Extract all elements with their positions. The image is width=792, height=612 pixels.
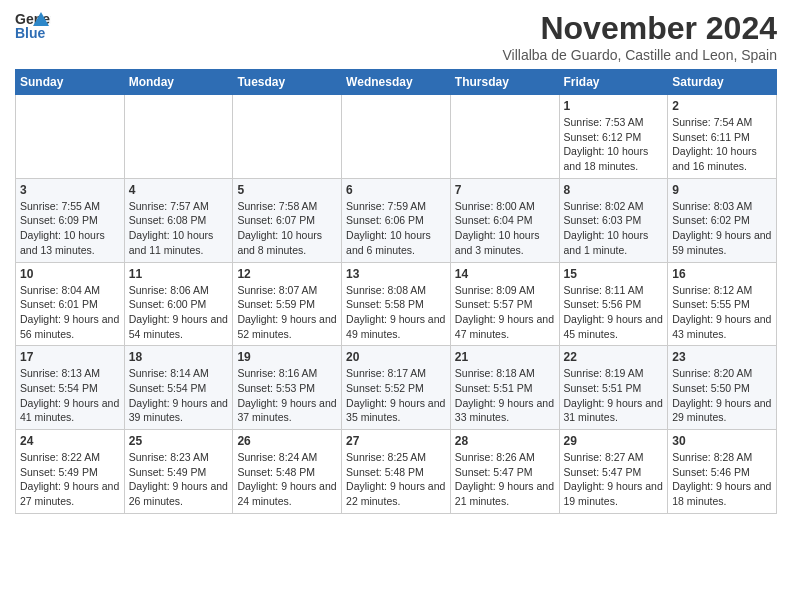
calendar-cell: 21Sunrise: 8:18 AM Sunset: 5:51 PM Dayli… [450,346,559,430]
day-info: Sunrise: 7:57 AM Sunset: 6:08 PM Dayligh… [129,199,229,258]
day-info: Sunrise: 8:03 AM Sunset: 6:02 PM Dayligh… [672,199,772,258]
calendar-cell: 29Sunrise: 8:27 AM Sunset: 5:47 PM Dayli… [559,430,668,514]
day-info: Sunrise: 8:00 AM Sunset: 6:04 PM Dayligh… [455,199,555,258]
calendar-week-row: 24Sunrise: 8:22 AM Sunset: 5:49 PM Dayli… [16,430,777,514]
weekday-header: Thursday [450,70,559,95]
day-number: 20 [346,350,446,364]
calendar-cell: 5Sunrise: 7:58 AM Sunset: 6:07 PM Daylig… [233,178,342,262]
weekday-header: Friday [559,70,668,95]
day-info: Sunrise: 7:58 AM Sunset: 6:07 PM Dayligh… [237,199,337,258]
day-number: 27 [346,434,446,448]
calendar-cell: 6Sunrise: 7:59 AM Sunset: 6:06 PM Daylig… [342,178,451,262]
calendar-cell: 24Sunrise: 8:22 AM Sunset: 5:49 PM Dayli… [16,430,125,514]
day-number: 7 [455,183,555,197]
day-number: 3 [20,183,120,197]
weekday-header: Saturday [668,70,777,95]
calendar-cell: 7Sunrise: 8:00 AM Sunset: 6:04 PM Daylig… [450,178,559,262]
day-info: Sunrise: 8:20 AM Sunset: 5:50 PM Dayligh… [672,366,772,425]
calendar-cell: 20Sunrise: 8:17 AM Sunset: 5:52 PM Dayli… [342,346,451,430]
day-number: 12 [237,267,337,281]
day-info: Sunrise: 8:27 AM Sunset: 5:47 PM Dayligh… [564,450,664,509]
page-title: November 2024 [503,10,777,47]
day-number: 26 [237,434,337,448]
calendar-cell: 28Sunrise: 8:26 AM Sunset: 5:47 PM Dayli… [450,430,559,514]
day-info: Sunrise: 8:18 AM Sunset: 5:51 PM Dayligh… [455,366,555,425]
header: General Blue November 2024 Villalba de G… [15,10,777,63]
calendar-week-row: 10Sunrise: 8:04 AM Sunset: 6:01 PM Dayli… [16,262,777,346]
day-info: Sunrise: 8:25 AM Sunset: 5:48 PM Dayligh… [346,450,446,509]
page-subtitle: Villalba de Guardo, Castille and Leon, S… [503,47,777,63]
calendar-cell [124,95,233,179]
calendar-cell: 22Sunrise: 8:19 AM Sunset: 5:51 PM Dayli… [559,346,668,430]
day-number: 8 [564,183,664,197]
calendar-cell: 4Sunrise: 7:57 AM Sunset: 6:08 PM Daylig… [124,178,233,262]
svg-text:Blue: Blue [15,25,46,40]
day-info: Sunrise: 8:13 AM Sunset: 5:54 PM Dayligh… [20,366,120,425]
weekday-header: Monday [124,70,233,95]
day-number: 22 [564,350,664,364]
title-section: November 2024 Villalba de Guardo, Castil… [503,10,777,63]
day-info: Sunrise: 8:23 AM Sunset: 5:49 PM Dayligh… [129,450,229,509]
calendar-cell [342,95,451,179]
day-number: 10 [20,267,120,281]
calendar-cell: 3Sunrise: 7:55 AM Sunset: 6:09 PM Daylig… [16,178,125,262]
day-number: 25 [129,434,229,448]
day-info: Sunrise: 8:08 AM Sunset: 5:58 PM Dayligh… [346,283,446,342]
day-info: Sunrise: 8:11 AM Sunset: 5:56 PM Dayligh… [564,283,664,342]
day-info: Sunrise: 8:19 AM Sunset: 5:51 PM Dayligh… [564,366,664,425]
day-info: Sunrise: 8:22 AM Sunset: 5:49 PM Dayligh… [20,450,120,509]
day-number: 29 [564,434,664,448]
day-info: Sunrise: 8:14 AM Sunset: 5:54 PM Dayligh… [129,366,229,425]
logo: General Blue [15,10,51,40]
calendar-cell: 25Sunrise: 8:23 AM Sunset: 5:49 PM Dayli… [124,430,233,514]
day-info: Sunrise: 7:54 AM Sunset: 6:11 PM Dayligh… [672,115,772,174]
calendar-cell: 10Sunrise: 8:04 AM Sunset: 6:01 PM Dayli… [16,262,125,346]
calendar-week-row: 17Sunrise: 8:13 AM Sunset: 5:54 PM Dayli… [16,346,777,430]
weekday-header: Sunday [16,70,125,95]
day-number: 6 [346,183,446,197]
calendar-cell: 11Sunrise: 8:06 AM Sunset: 6:00 PM Dayli… [124,262,233,346]
calendar-header-row: SundayMondayTuesdayWednesdayThursdayFrid… [16,70,777,95]
day-number: 13 [346,267,446,281]
day-number: 24 [20,434,120,448]
day-number: 16 [672,267,772,281]
weekday-header: Wednesday [342,70,451,95]
calendar-week-row: 3Sunrise: 7:55 AM Sunset: 6:09 PM Daylig… [16,178,777,262]
calendar-cell: 30Sunrise: 8:28 AM Sunset: 5:46 PM Dayli… [668,430,777,514]
calendar-cell: 9Sunrise: 8:03 AM Sunset: 6:02 PM Daylig… [668,178,777,262]
calendar-week-row: 1Sunrise: 7:53 AM Sunset: 6:12 PM Daylig… [16,95,777,179]
day-info: Sunrise: 8:09 AM Sunset: 5:57 PM Dayligh… [455,283,555,342]
logo-icon: General Blue [15,10,51,40]
day-info: Sunrise: 7:55 AM Sunset: 6:09 PM Dayligh… [20,199,120,258]
calendar-cell: 16Sunrise: 8:12 AM Sunset: 5:55 PM Dayli… [668,262,777,346]
calendar-cell: 23Sunrise: 8:20 AM Sunset: 5:50 PM Dayli… [668,346,777,430]
calendar-cell: 18Sunrise: 8:14 AM Sunset: 5:54 PM Dayli… [124,346,233,430]
calendar-cell: 19Sunrise: 8:16 AM Sunset: 5:53 PM Dayli… [233,346,342,430]
day-info: Sunrise: 8:16 AM Sunset: 5:53 PM Dayligh… [237,366,337,425]
day-number: 11 [129,267,229,281]
day-number: 2 [672,99,772,113]
day-info: Sunrise: 8:02 AM Sunset: 6:03 PM Dayligh… [564,199,664,258]
calendar-table: SundayMondayTuesdayWednesdayThursdayFrid… [15,69,777,514]
day-number: 1 [564,99,664,113]
calendar-cell [16,95,125,179]
day-number: 14 [455,267,555,281]
day-number: 23 [672,350,772,364]
calendar-cell: 27Sunrise: 8:25 AM Sunset: 5:48 PM Dayli… [342,430,451,514]
day-number: 9 [672,183,772,197]
calendar-cell: 26Sunrise: 8:24 AM Sunset: 5:48 PM Dayli… [233,430,342,514]
calendar-cell [233,95,342,179]
day-number: 5 [237,183,337,197]
day-info: Sunrise: 8:28 AM Sunset: 5:46 PM Dayligh… [672,450,772,509]
day-info: Sunrise: 8:06 AM Sunset: 6:00 PM Dayligh… [129,283,229,342]
day-number: 17 [20,350,120,364]
weekday-header: Tuesday [233,70,342,95]
calendar-cell: 17Sunrise: 8:13 AM Sunset: 5:54 PM Dayli… [16,346,125,430]
day-info: Sunrise: 7:59 AM Sunset: 6:06 PM Dayligh… [346,199,446,258]
day-number: 19 [237,350,337,364]
day-info: Sunrise: 7:53 AM Sunset: 6:12 PM Dayligh… [564,115,664,174]
day-info: Sunrise: 8:24 AM Sunset: 5:48 PM Dayligh… [237,450,337,509]
day-number: 15 [564,267,664,281]
day-number: 30 [672,434,772,448]
day-info: Sunrise: 8:07 AM Sunset: 5:59 PM Dayligh… [237,283,337,342]
